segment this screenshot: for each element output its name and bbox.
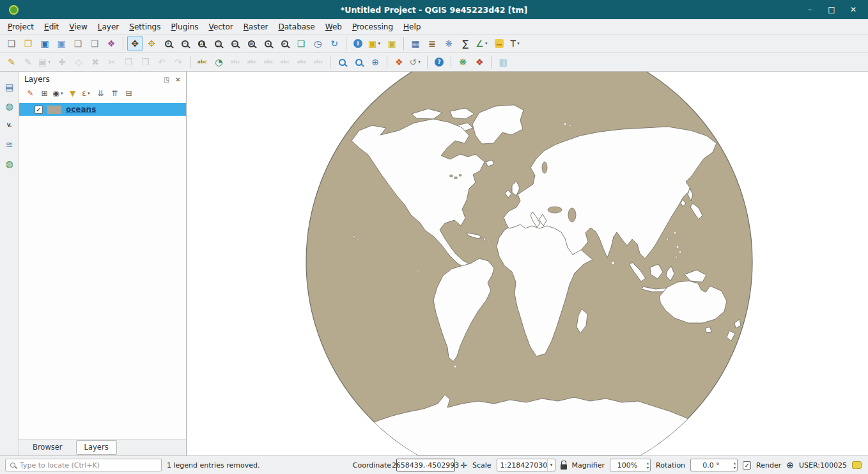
menu-raster[interactable]: Raster	[238, 20, 274, 33]
geometry-checker-button[interactable]	[351, 54, 366, 70]
show-hide-labels-button[interactable]: abc	[261, 54, 276, 70]
layer-diagrams-button[interactable]: ◔	[211, 54, 226, 70]
filter-by-expression-dropdown[interactable]: ▾	[86, 91, 91, 96]
zoom-out-button[interactable]: −	[177, 36, 192, 51]
highlight-pinned-labels-button[interactable]: abc	[228, 54, 243, 70]
grass-tools-button[interactable]: ❖	[391, 54, 407, 70]
move-label-button[interactable]: abc	[277, 54, 293, 70]
locator-input[interactable]: Type to locate (Ctrl+K)	[5, 459, 162, 471]
pin-unpin-labels-button[interactable]: abc	[244, 54, 260, 70]
extents-toggle-icon[interactable]: ✛	[460, 461, 467, 470]
add-spatialite-layer-button[interactable]: ◍	[2, 99, 17, 114]
layer-row[interactable]: ✓oceans	[19, 103, 186, 116]
deselect-features-button[interactable]: ▣	[384, 36, 399, 51]
zoom-in-button[interactable]: +	[160, 36, 176, 51]
add-vector-layer-button[interactable]: V.	[2, 118, 17, 133]
menu-layer[interactable]: Layer	[93, 20, 124, 33]
vertex-tool-button[interactable]: ◇	[71, 54, 86, 70]
spin-down-icon[interactable]: ▾	[647, 465, 649, 470]
map-tips-button[interactable]: …	[492, 36, 507, 51]
close-button[interactable]: ✕	[849, 5, 858, 14]
menu-edit[interactable]: Edit	[39, 20, 64, 33]
paste-features-button[interactable]: ❒	[137, 54, 153, 70]
layer-tree[interactable]: ✓oceans	[19, 102, 186, 439]
undo-button[interactable]: ↶	[154, 54, 169, 70]
scale-dropdown-icon[interactable]: ▾	[547, 459, 554, 471]
remove-layer-button[interactable]: ⊟	[123, 88, 135, 100]
zoom-native-button[interactable]: 1:1	[194, 36, 209, 51]
menu-processing[interactable]: Processing	[347, 20, 398, 33]
menu-web[interactable]: Web	[320, 20, 347, 33]
copy-features-button[interactable]: ❐	[121, 54, 136, 70]
dock-tab-layers[interactable]: Layers	[76, 440, 117, 455]
text-annotation-dropdown[interactable]: ▾	[516, 41, 521, 46]
cut-features-button[interactable]: ✂	[104, 54, 120, 70]
scale-combo[interactable]: 1:218427030▾	[497, 459, 555, 471]
menu-database[interactable]: Database	[273, 20, 320, 33]
revert-edits-button[interactable]: ↺▾	[408, 54, 423, 70]
refresh-map-button[interactable]: ↻	[327, 36, 342, 51]
layer-labeling-button[interactable]: abc	[194, 54, 210, 70]
delete-selected-button[interactable]: ✖	[88, 54, 103, 70]
expand-all-button[interactable]: ⇊	[95, 88, 107, 100]
spin-up-icon[interactable]: ▴	[647, 461, 649, 465]
float-panel-button[interactable]: ◳	[162, 75, 171, 84]
metasearch-button[interactable]	[334, 54, 350, 70]
revert-edits-dropdown[interactable]: ▾	[417, 59, 422, 65]
style-manager-button[interactable]: ❖	[104, 36, 119, 51]
select-features-dropdown[interactable]: ▾	[376, 41, 382, 46]
save-project-button[interactable]: ▣	[37, 36, 52, 51]
minimize-button[interactable]: –	[805, 5, 814, 14]
chart-tool-button[interactable]: ▥	[495, 54, 511, 70]
menu-plugins[interactable]: Plugins	[166, 20, 204, 33]
menu-help[interactable]: Help	[398, 20, 426, 33]
new-map-view-button[interactable]: ❏	[293, 36, 309, 51]
menu-vector[interactable]: Vector	[204, 20, 238, 33]
help-contents-button[interactable]: ?	[431, 54, 447, 70]
measure-line-button[interactable]: ∠▾	[474, 36, 490, 51]
render-checkbox[interactable]: ✓	[743, 461, 751, 470]
lock-scale-icon[interactable]	[561, 464, 567, 470]
map-canvas[interactable]	[187, 72, 868, 455]
save-layer-edits-button[interactable]: ▣▾	[37, 54, 53, 70]
add-mesh-layer-button[interactable]: ≋	[2, 137, 17, 152]
spin-down-icon[interactable]: ▾	[734, 465, 736, 470]
change-label-button[interactable]: abc	[311, 54, 326, 70]
crs-value[interactable]: USER:100025	[799, 461, 847, 470]
current-edits-button[interactable]: ✎	[4, 54, 19, 70]
zoom-last-button[interactable]: ◂	[260, 36, 275, 51]
zoom-to-selection-button[interactable]: ▭	[227, 36, 242, 51]
temporal-controller-button[interactable]: ◷	[310, 36, 325, 51]
text-annotation-button[interactable]: T▾	[508, 36, 523, 51]
coordinate-input[interactable]: 2658439,-4502993	[396, 459, 455, 471]
dock-tab-browser[interactable]: Browser	[24, 440, 71, 455]
redo-button[interactable]: ↷	[171, 54, 186, 70]
identify-features-button[interactable]: i	[350, 36, 366, 51]
add-wms-layer-button[interactable]: ◍	[2, 156, 17, 171]
data-source-manager-button[interactable]: ▤	[2, 79, 17, 95]
select-features-button[interactable]: ▣▾	[367, 36, 383, 51]
filter-by-expression-button[interactable]: ε▾	[81, 88, 93, 100]
maximize-button[interactable]: □	[827, 5, 836, 14]
spin-up-icon[interactable]: ▴	[734, 461, 736, 465]
zoom-next-button[interactable]: ▸	[277, 36, 292, 51]
add-group-button[interactable]: ⊞	[38, 88, 50, 100]
filter-legend-button[interactable]: ▼	[66, 88, 79, 100]
show-layout-manager-button[interactable]: ❏	[87, 36, 102, 51]
log-messages-icon[interactable]	[852, 461, 862, 469]
menu-project[interactable]: Project	[3, 20, 39, 33]
add-feature-button[interactable]: ✚	[54, 54, 70, 70]
measure-line-dropdown[interactable]: ▾	[484, 41, 489, 46]
processing-toolbox-button[interactable]: ❖	[472, 54, 487, 70]
new-print-layout-button[interactable]: ❏	[70, 36, 86, 51]
collapse-all-button[interactable]: ⇈	[109, 88, 121, 100]
zoom-to-layer-button[interactable]: ▤	[244, 36, 259, 51]
crs-globe-icon[interactable]: ⊕	[786, 461, 794, 470]
menu-view[interactable]: View	[64, 20, 92, 33]
coordinate-capture-button[interactable]: ⊕	[368, 54, 383, 70]
layer-checkbox[interactable]: ✓	[35, 106, 43, 114]
open-project-button[interactable]: ❐	[20, 36, 36, 51]
open-layer-styling-button[interactable]: ✎	[24, 88, 36, 100]
layer-name[interactable]: oceans	[66, 105, 96, 114]
manage-map-themes-dropdown[interactable]: ▾	[59, 91, 65, 96]
